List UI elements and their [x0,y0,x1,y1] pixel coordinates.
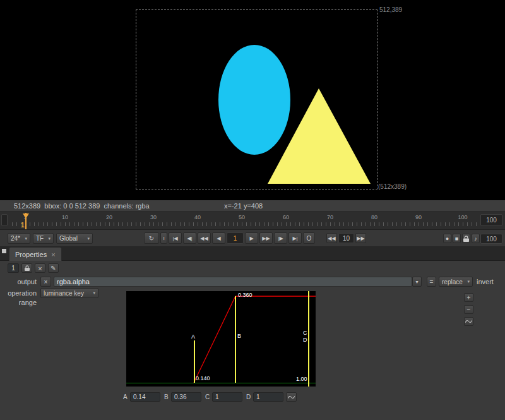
chevron-down-icon: ▾ [467,279,470,284]
close-all-panels-button[interactable]: × [35,263,45,273]
retime-icon[interactable]: ↻ [144,232,159,244]
b-value-label: 0.360 [238,292,252,298]
tick-label: 90 [415,214,422,220]
record-icon[interactable]: ● [443,234,451,243]
field-c-input[interactable]: 1 [212,392,242,402]
ruler-ticks [12,222,478,226]
tick-label: 100 [458,214,467,220]
invert-checkbox-label[interactable]: invert [477,278,494,285]
viewer-status-bar: 512x389 bbox: 0 0 512 389 channels: rgba… [0,200,505,212]
tick-label: 70 [327,214,333,220]
clear-channel-button[interactable]: × [40,277,51,287]
chevron-down-icon: ▾ [87,236,90,241]
tick-label: 50 [239,214,245,220]
step-back-button[interactable]: ◀ [212,232,225,244]
handle-d-label: D [303,337,307,343]
curve-icon[interactable] [286,392,297,402]
cursor-position-text: x=-21 y=408 [224,200,263,212]
range-curve [126,291,316,387]
viewer-canvas[interactable]: 512,389 (512x389) [0,0,505,200]
tf-dropdown[interactable]: TF▾ [33,233,54,244]
output-channel-field[interactable]: rgba.alpha [54,277,412,287]
image-info-text: 512x389 bbox: 0 0 512 389 channels: rgba [14,200,150,212]
chevron-down-icon: ▾ [93,291,95,296]
play-forward-button[interactable]: ▶▶ [259,232,273,244]
goto-end-button[interactable]: ▶| [288,232,302,244]
chevron-down-icon: ▾ [48,236,50,241]
pane-handle[interactable] [2,249,6,253]
audio-icon[interactable]: ♪ [472,234,480,243]
lock-icon[interactable] [21,263,32,273]
goto-start-button[interactable]: |◀ [169,232,182,244]
format-size-label: (512x389) [378,183,407,190]
chevron-down-icon: ▾ [25,236,27,241]
max-panels-field[interactable]: 1 [8,263,19,273]
in-marker-button[interactable]: I [160,232,167,244]
bbox-size-label: 512,389 [379,6,402,13]
playhead-frame-label: 1 [21,222,25,229]
chevron-down-icon[interactable]: ▾ [412,277,422,287]
output-label: output [0,278,37,285]
edit-pencil-icon[interactable]: ✎ [48,263,59,273]
range-end-box[interactable]: 100 [480,214,502,226]
skip-forward-button[interactable]: ▶▶ [355,233,366,243]
max-value-label: 1.00 [296,376,307,382]
field-b-input[interactable]: 0.36 [171,392,201,402]
triangle-shape [268,88,371,184]
range-label: range [0,299,37,306]
tick-label: 10 [62,214,68,220]
playback-controls-bar: 24*▾ TF▾ Global▾ ↻ I |◀ ◀| ◀◀ ◀ 1 ▶ ▶▶ |… [0,230,505,247]
handle-cd[interactable] [308,291,309,387]
tab-label: Properties [15,251,47,258]
playhead-marker-icon[interactable] [23,213,29,219]
operation-dropdown[interactable]: luminance key▾ [40,288,98,298]
loop-mode-button[interactable]: O [303,232,315,244]
play-backward-button[interactable]: ◀◀ [198,232,211,244]
stop-icon[interactable]: ■ [453,234,461,243]
handle-a-label: A [191,334,195,340]
field-d-label: D [246,393,251,400]
tick-label: 30 [150,214,157,220]
current-frame-field[interactable]: 1 [227,232,244,244]
merge-mode-dropdown[interactable]: replace▾ [439,277,473,287]
next-keyframe-button[interactable]: |▶ [274,232,287,244]
panel-tab-bar [0,247,505,261]
handle-a[interactable] [194,340,195,383]
remove-point-button[interactable]: − [464,305,473,314]
skip-back-button[interactable]: ◀◀ [326,233,337,243]
end-frame-box[interactable]: 100 [480,234,502,244]
tick-label: 40 [194,214,201,220]
handle-b-label: B [237,333,241,339]
fps-dropdown[interactable]: 24*▾ [8,233,30,244]
tab-properties[interactable]: Properties × [9,247,62,261]
tick-label: 80 [371,214,377,220]
close-icon[interactable]: × [51,251,55,258]
add-point-button[interactable]: + [464,293,473,302]
tick-label: 20 [106,214,112,220]
a-value-label: 0.140 [196,376,210,381]
timeline-left-gutter [1,214,8,226]
field-d-input[interactable]: 1 [253,392,283,402]
timeline-ruler[interactable]: 1 10 20 30 40 50 60 70 80 90 100 100 [0,212,505,230]
handle-c-label: C [303,330,307,336]
range-curve-editor[interactable]: A B C D 0.360 0.140 1.00 [126,291,316,387]
field-a-input[interactable]: 0.14 [130,392,160,402]
range-mode-dropdown[interactable]: Global▾ [56,233,93,244]
lock-icon[interactable] [462,234,470,243]
field-a-label: A [123,393,128,400]
field-b-label: B [164,393,169,400]
equals-button[interactable]: = [427,277,436,287]
field-c-label: C [205,393,210,400]
handle-b[interactable] [235,296,236,383]
operation-label: operation [0,289,37,297]
tick-label: 60 [283,214,289,220]
step-forward-button[interactable]: ▶ [245,232,258,244]
frame-increment-field[interactable]: 10 [338,233,354,243]
prev-keyframe-button[interactable]: ◀| [183,232,196,244]
curve-icon[interactable] [464,317,473,326]
